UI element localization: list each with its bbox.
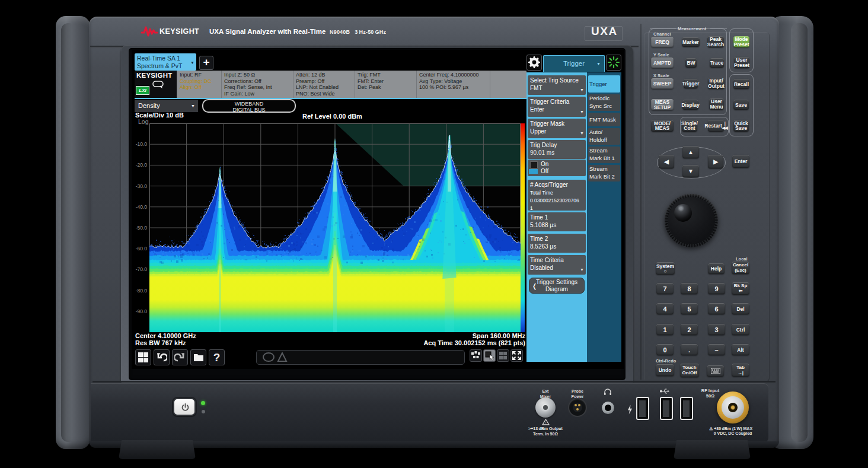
svg-text:!: ! (545, 421, 547, 425)
